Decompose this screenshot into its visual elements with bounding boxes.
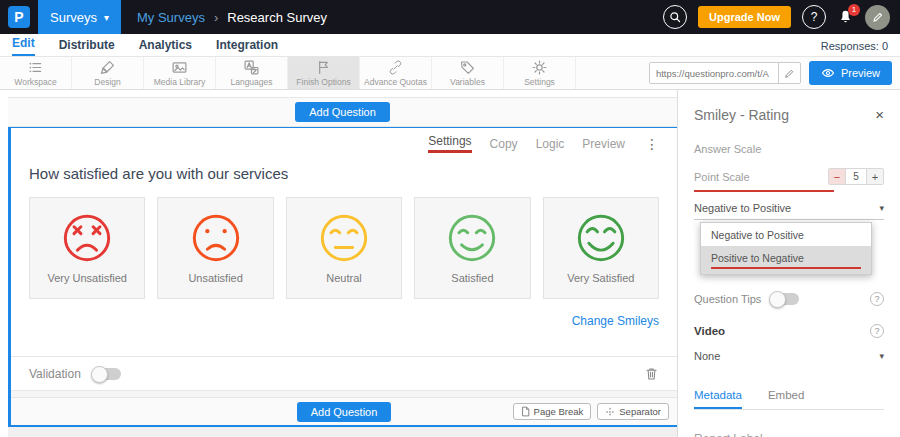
add-question-button-top[interactable]: Add Question bbox=[295, 102, 390, 122]
unsatisfied-smiley-icon bbox=[190, 212, 242, 264]
smiley-label: Neutral bbox=[326, 272, 361, 284]
toolbar-item-label: Languages bbox=[230, 77, 272, 87]
responses-count[interactable]: Responses: 0 bbox=[821, 40, 888, 56]
add-question-strip-top: Add Question bbox=[8, 97, 677, 127]
canvas-bottom-gap bbox=[8, 427, 677, 437]
more-options-icon[interactable]: ⋮ bbox=[645, 136, 659, 152]
avatar[interactable] bbox=[865, 5, 890, 30]
video-row: Video ? bbox=[694, 324, 884, 338]
pencil-icon bbox=[872, 11, 884, 23]
canvas-divider-strip bbox=[11, 390, 677, 398]
upgrade-now-button[interactable]: Upgrade Now bbox=[698, 6, 791, 28]
question-title[interactable]: How satisfied are you with our services bbox=[29, 165, 659, 182]
edit-url-button[interactable] bbox=[778, 63, 800, 83]
close-icon[interactable]: × bbox=[875, 106, 884, 123]
questionpro-logo: P bbox=[8, 6, 30, 28]
smiley-option-unsatisfied[interactable]: Unsatisfied bbox=[157, 197, 273, 299]
smiley-option-very-satisfied[interactable]: Very Satisfied bbox=[543, 197, 659, 299]
question-block: Settings Copy Logic Preview ⋮ How satisf… bbox=[8, 127, 677, 427]
scale-direction-options-list: Negative to Positive Positive to Negativ… bbox=[700, 222, 872, 275]
search-button[interactable] bbox=[663, 5, 687, 29]
gear-icon bbox=[531, 59, 548, 76]
question-tips-help-icon[interactable]: ? bbox=[870, 292, 884, 306]
toolbar-item-languages[interactable]: Languages bbox=[216, 57, 288, 89]
help-button[interactable]: ? bbox=[802, 5, 826, 29]
point-scale-label: Point Scale bbox=[694, 171, 750, 183]
tab-edit[interactable]: Edit bbox=[12, 34, 35, 56]
chevron-down-icon: ▾ bbox=[879, 351, 884, 361]
toolbar-item-finish-options[interactable]: Finish Options bbox=[288, 57, 360, 89]
breadcrumb-my-surveys[interactable]: My Surveys bbox=[137, 10, 205, 25]
increment-button[interactable]: + bbox=[867, 169, 883, 184]
report-label-input[interactable] bbox=[694, 428, 862, 437]
question-tab-copy[interactable]: Copy bbox=[490, 137, 518, 151]
delete-question-button[interactable] bbox=[644, 366, 659, 381]
content-area: Add Question Settings Copy Logic Preview… bbox=[0, 90, 900, 437]
preview-button[interactable]: Preview bbox=[809, 61, 892, 85]
breadcrumb: My Surveys › Research Survey bbox=[137, 10, 327, 25]
answer-scale-label: Answer Scale bbox=[694, 143, 884, 155]
question-tab-logic[interactable]: Logic bbox=[536, 137, 565, 151]
validation-label: Validation bbox=[29, 367, 81, 381]
report-label-row bbox=[694, 428, 884, 437]
point-scale-value: 5 bbox=[845, 169, 867, 184]
neutral-smiley-icon bbox=[318, 212, 370, 264]
notifications-button[interactable]: 1 bbox=[837, 9, 854, 26]
video-help-icon[interactable]: ? bbox=[870, 324, 884, 338]
editor-toolbar: Workspace Design Media Library Languages… bbox=[0, 57, 900, 90]
toolbar-item-workspace[interactable]: Workspace bbox=[0, 57, 72, 89]
languages-icon bbox=[243, 59, 260, 76]
question-tab-settings[interactable]: Settings bbox=[428, 134, 471, 153]
question-card: Settings Copy Logic Preview ⋮ How satisf… bbox=[11, 127, 677, 390]
option-positive-to-negative[interactable]: Positive to Negative bbox=[701, 246, 871, 274]
question-settings-panel: Smiley - Rating × Answer Scale Point Sca… bbox=[678, 90, 900, 437]
tab-metadata[interactable]: Metadata bbox=[694, 389, 742, 409]
page-icon bbox=[521, 406, 530, 417]
video-select[interactable]: None ▾ bbox=[694, 350, 884, 365]
question-action-tabs: Settings Copy Logic Preview ⋮ bbox=[29, 134, 659, 153]
validation-row: Validation bbox=[11, 356, 677, 390]
annotation-underline-option bbox=[711, 267, 861, 269]
scale-direction-select[interactable]: Negative to Positive ▾ bbox=[694, 202, 884, 220]
link-icon bbox=[387, 59, 404, 76]
video-label: Video bbox=[694, 325, 725, 337]
add-question-button-bottom[interactable]: Add Question bbox=[297, 402, 392, 422]
question-tab-preview[interactable]: Preview bbox=[582, 137, 625, 151]
toolbar-item-design[interactable]: Design bbox=[72, 57, 144, 89]
tab-embed[interactable]: Embed bbox=[768, 389, 804, 409]
smiley-option-neutral[interactable]: Neutral bbox=[286, 197, 402, 299]
tag-icon bbox=[459, 59, 476, 76]
chevron-down-icon: ▾ bbox=[879, 203, 884, 213]
validation-toggle[interactable] bbox=[93, 368, 121, 380]
smiley-label: Very Satisfied bbox=[567, 272, 634, 284]
very-satisfied-smiley-icon bbox=[575, 212, 627, 264]
toolbar-item-advance-quotas[interactable]: Advance Quotas bbox=[360, 57, 432, 89]
survey-url-input[interactable] bbox=[650, 63, 778, 83]
smiley-label: Satisfied bbox=[451, 272, 493, 284]
toolbar-item-label: Workspace bbox=[14, 77, 56, 87]
survey-nav-tabs: Edit Distribute Analytics Integration Re… bbox=[0, 34, 900, 57]
separator-button[interactable]: Separator bbox=[597, 403, 669, 420]
toolbar-item-variables[interactable]: Variables bbox=[432, 57, 504, 89]
smiley-label: Very Unsatisfied bbox=[47, 272, 126, 284]
search-icon bbox=[669, 11, 681, 23]
smiley-option-very-unsatisfied[interactable]: Very Unsatisfied bbox=[29, 197, 145, 299]
scale-direction-selected-value: Negative to Positive bbox=[694, 202, 791, 214]
tab-distribute[interactable]: Distribute bbox=[59, 36, 115, 56]
tab-analytics[interactable]: Analytics bbox=[139, 36, 192, 56]
option-negative-to-positive[interactable]: Negative to Positive bbox=[701, 223, 871, 246]
survey-url-field bbox=[649, 62, 801, 84]
tab-integration[interactable]: Integration bbox=[216, 36, 278, 56]
app-root: P Surveys ▾ My Surveys › Research Survey… bbox=[0, 0, 900, 437]
surveys-label: Surveys bbox=[50, 10, 97, 25]
smiley-option-satisfied[interactable]: Satisfied bbox=[414, 197, 530, 299]
toolbar-item-settings[interactable]: Settings bbox=[504, 57, 576, 89]
decrement-button[interactable]: − bbox=[829, 169, 845, 184]
option-label: Positive to Negative bbox=[711, 252, 804, 264]
question-tips-toggle[interactable] bbox=[771, 293, 799, 305]
surveys-dropdown[interactable]: Surveys ▾ bbox=[38, 0, 121, 34]
change-smileys-link[interactable]: Change Smileys bbox=[572, 314, 659, 328]
page-break-button[interactable]: Page Break bbox=[513, 403, 592, 420]
scale-direction-dropdown: Negative to Positive ▾ Negative to Posit… bbox=[694, 202, 884, 220]
toolbar-item-media-library[interactable]: Media Library bbox=[144, 57, 216, 89]
